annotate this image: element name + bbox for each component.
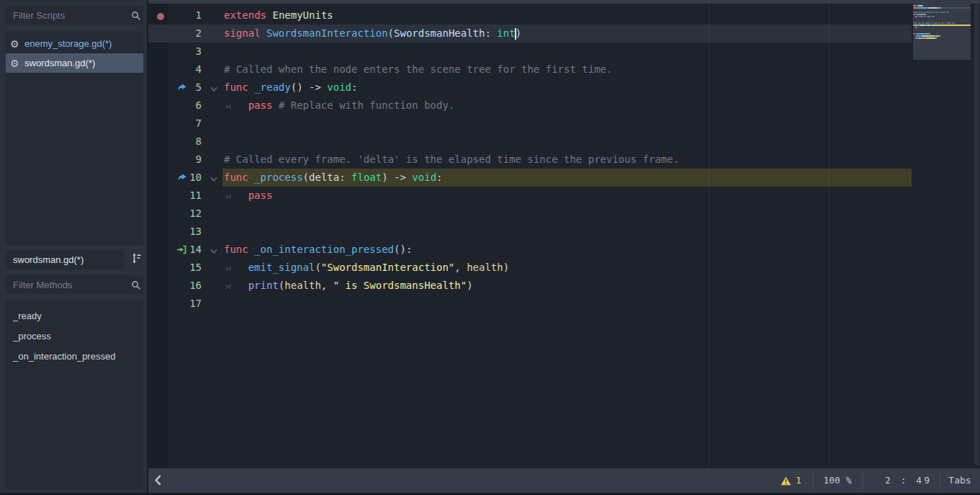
code-token: "SwordsmanInteraction"	[321, 262, 454, 273]
code-line-text: pass # Replace with function body.	[224, 97, 454, 115]
minimap-dash	[934, 22, 938, 24]
code-token	[248, 244, 254, 255]
minimap-dash	[935, 37, 937, 39]
minimap-dash	[929, 33, 930, 35]
code-token	[272, 99, 278, 111]
minimap-dash	[918, 12, 920, 13]
code-line: 15emit_signal("SwordsmanInteraction", he…	[148, 259, 980, 277]
minimap-dash	[918, 22, 921, 24]
code-token: print	[248, 280, 279, 291]
search-icon	[127, 280, 143, 290]
minimap-dash	[925, 14, 926, 15]
code-line-text: print(health, " is SwordsmansHealth")	[224, 277, 473, 295]
sort-methods-button[interactable]	[127, 250, 145, 269]
code-token: pass	[248, 99, 273, 111]
minimap-dash	[952, 22, 956, 24]
fold-chevron-icon[interactable]	[210, 174, 218, 187]
minimap-dash	[921, 12, 922, 13]
script-item-label: swordsman.gd(*)	[24, 58, 95, 68]
code-token: int	[497, 27, 515, 39]
minimap-dash	[913, 33, 915, 35]
fold-chevron-icon[interactable]	[210, 84, 218, 97]
code-line-text: func _on_interaction_pressed():	[224, 241, 412, 259]
line-number: 9	[166, 151, 202, 169]
method-item[interactable]: _ready	[6, 306, 143, 326]
minimap-dash	[922, 35, 934, 37]
code-line-text: func _process(delta: float) -> void:	[224, 169, 443, 187]
filter-methods-input[interactable]: Filter Methods	[6, 275, 143, 294]
minimap-dash	[913, 24, 915, 26]
collapse-panel-button[interactable]	[154, 475, 167, 486]
minimap-dash	[913, 5, 917, 6]
filter-scripts-input[interactable]: Filter Scripts	[6, 6, 143, 24]
code-token: _on_interaction_pressed	[254, 244, 394, 255]
code-token: )	[516, 27, 521, 39]
code-line: 17	[148, 295, 980, 313]
minimap-dash	[939, 35, 940, 37]
line-number: 7	[166, 115, 202, 133]
line-length-guideline-80	[709, 0, 709, 468]
code-line: 13	[148, 223, 980, 241]
method-item[interactable]: _process	[6, 326, 143, 346]
editor-zoom-level: 100 %	[812, 468, 863, 493]
minimap-dash	[945, 22, 946, 24]
minimap-dash	[932, 12, 935, 13]
method-item[interactable]: _on_interaction_pressed	[6, 346, 143, 366]
script-item[interactable]: ⚙swordsman.gd(*)	[6, 53, 143, 73]
status-bar: 1 100 % 2 : 49 Tabs	[148, 468, 980, 493]
code-token: EnemyUnits	[272, 9, 333, 21]
minimap-dash	[915, 27, 917, 28]
code-token: ,	[321, 280, 333, 291]
line-length-guideline-100	[829, 0, 830, 468]
code-editor[interactable]: 1extends EnemyUnits2signal SwordsmanInte…	[148, 0, 980, 468]
code-line-text: emit_signal("SwordsmanInteraction", heal…	[224, 259, 509, 277]
sort-icon	[131, 253, 142, 267]
code-token: SwordsmanInteraction	[266, 27, 388, 39]
code-line: 12	[148, 205, 980, 223]
minimap-dash	[943, 12, 945, 13]
code-line: 8	[148, 133, 980, 151]
line-number: 10	[166, 169, 202, 187]
code-line-text: # Called when the node enters the scene …	[224, 61, 612, 79]
code-token: void	[412, 171, 436, 183]
code-line: 1extends EnemyUnits	[148, 6, 980, 24]
minimap-dash	[914, 22, 918, 24]
code-line-text: func _ready() -> void:	[224, 79, 357, 97]
code-line-text: # Called every frame. 'delta' is the ela…	[224, 151, 679, 169]
code-token: )	[467, 280, 472, 291]
code-token: () ->	[291, 81, 328, 93]
script-gear-icon: ⚙	[10, 58, 24, 68]
minimap-dash	[914, 12, 918, 13]
minimap-dash	[932, 22, 933, 24]
scripts-list: ⚙enemy_storage.gd(*)⚙swordsman.gd(*)	[6, 32, 143, 245]
code-token: health	[284, 280, 321, 291]
code-token: :	[485, 27, 497, 39]
minimap-dash	[932, 16, 935, 17]
warnings-indicator[interactable]: 1	[781, 468, 809, 493]
code-token: # Called every frame. 'delta' is the ela…	[224, 153, 679, 165]
vertical-scrollbar[interactable]	[974, 4, 979, 465]
minimap-dash	[947, 22, 951, 24]
minimap-dash	[926, 12, 930, 13]
script-item[interactable]: ⚙enemy_storage.gd(*)	[6, 34, 143, 53]
minimap-dash	[920, 16, 923, 17]
current-script-label: swordsman.gd(*)	[6, 250, 124, 269]
code-token: :	[339, 171, 351, 183]
script-gear-icon: ⚙	[10, 39, 24, 49]
minimap-dash	[946, 12, 949, 13]
cursor-position: 2 : 49	[863, 468, 932, 493]
minimap-dash	[915, 16, 917, 17]
code-token: pass	[248, 189, 273, 201]
line-number: 4	[166, 61, 202, 79]
line-number: 11	[166, 187, 202, 205]
line-number: 1	[166, 6, 202, 24]
minimap[interactable]	[913, 4, 971, 60]
code-token: delta	[309, 171, 339, 183]
fold-chevron-icon[interactable]	[210, 246, 218, 259]
code-token: SwordsmanHealth	[394, 27, 485, 39]
line-number: 5	[166, 79, 202, 97]
code-token: # Replace with function body.	[279, 99, 454, 111]
code-token: _process	[254, 171, 302, 183]
minimap-dash	[927, 16, 931, 17]
minimap-dash	[922, 22, 925, 24]
